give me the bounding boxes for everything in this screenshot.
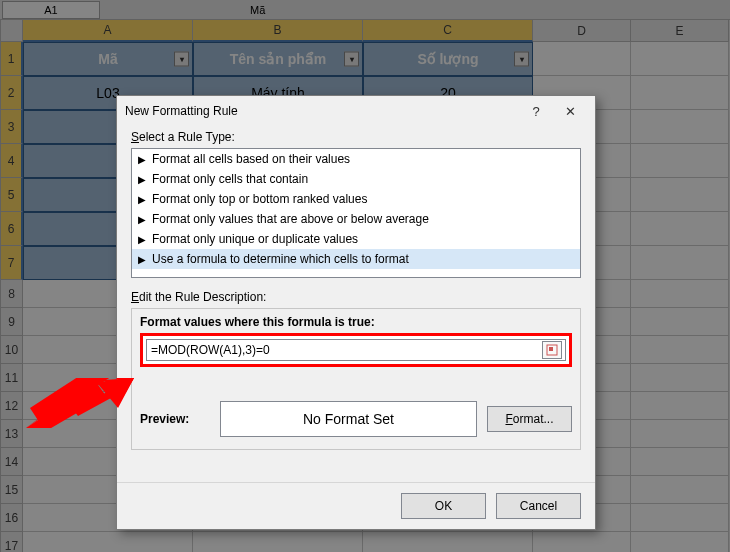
col-header[interactable]: B [193,20,363,42]
row-header[interactable]: 16 [1,504,23,532]
cell[interactable] [363,532,533,552]
cell[interactable] [631,76,729,110]
cell[interactable] [631,246,729,280]
filter-dropdown-icon[interactable] [514,52,529,67]
preview-box: No Format Set [220,401,477,437]
select-all-corner[interactable] [1,20,23,42]
rule-type-item[interactable]: ▶Format only unique or duplicate values [132,229,580,249]
play-icon: ▶ [138,174,146,185]
play-icon: ▶ [138,234,146,245]
cell[interactable] [631,448,729,476]
cell[interactable] [631,504,729,532]
svg-rect-1 [549,347,553,351]
formula-bar-strip: A1 Mã [0,0,730,20]
cell-text: Số lượng [417,51,478,67]
row-header[interactable]: 2 [1,76,23,110]
row-header[interactable]: 3 [1,110,23,144]
cell[interactable] [631,420,729,448]
play-icon: ▶ [138,254,146,265]
select-rule-type-label: Select a Rule Type: [131,130,581,144]
rule-type-item[interactable]: ▶Format all cells based on their values [132,149,580,169]
play-icon: ▶ [138,154,146,165]
cell[interactable] [631,308,729,336]
new-formatting-rule-dialog: New Formatting Rule ? ✕ Select a Rule Ty… [116,95,596,530]
range-picker-icon[interactable] [542,341,562,359]
formula-true-label: Format values where this formula is true… [140,315,572,329]
row-header[interactable]: 12 [1,392,23,420]
cell-text: Tên sản phẩm [230,51,327,67]
col-header[interactable]: A [23,20,193,42]
row-header[interactable]: 10 [1,336,23,364]
cell[interactable] [533,42,631,76]
ok-button[interactable]: OK [401,493,486,519]
cell[interactable] [631,364,729,392]
cell[interactable] [631,110,729,144]
cell[interactable] [631,532,729,552]
col-header[interactable]: E [631,20,729,42]
rule-description-groupbox: Format values where this formula is true… [131,308,581,450]
row-header[interactable]: 17 [1,532,23,552]
dialog-title: New Formatting Rule [125,104,519,118]
edit-rule-description-label: Edit the Rule Description: [131,290,581,304]
cell[interactable] [631,280,729,308]
row-header[interactable]: 13 [1,420,23,448]
cell[interactable] [631,392,729,420]
play-icon: ▶ [138,214,146,225]
rule-type-item[interactable]: ▶Format only values that are above or be… [132,209,580,229]
rule-type-item[interactable]: ▶Format only top or bottom ranked values [132,189,580,209]
cell[interactable] [631,42,729,76]
table-header-cell[interactable]: Số lượng [363,42,533,76]
col-header[interactable]: D [533,20,631,42]
row-header[interactable]: 7 [1,246,23,280]
formula-preview: Mã [250,4,265,16]
cell[interactable] [631,178,729,212]
row-header[interactable]: 9 [1,308,23,336]
filter-dropdown-icon[interactable] [174,52,189,67]
close-icon[interactable]: ✕ [553,100,587,122]
row-header[interactable]: 5 [1,178,23,212]
table-header-cell[interactable]: Tên sản phẩm [193,42,363,76]
cell[interactable] [631,476,729,504]
cell[interactable] [631,212,729,246]
row-header[interactable]: 11 [1,364,23,392]
formula-highlight-box [140,333,572,367]
row-header[interactable]: 6 [1,212,23,246]
rule-type-item[interactable]: ▶Use a formula to determine which cells … [132,249,580,269]
preview-label: Preview: [140,412,210,426]
cell[interactable] [631,336,729,364]
row-header[interactable]: 1 [1,42,23,76]
cell[interactable] [193,532,363,552]
dialog-titlebar[interactable]: New Formatting Rule ? ✕ [117,96,595,126]
rule-type-list[interactable]: ▶Format all cells based on their values … [131,148,581,278]
formula-input[interactable] [146,339,566,361]
play-icon: ▶ [138,194,146,205]
filter-dropdown-icon[interactable] [344,52,359,67]
format-button[interactable]: Format... [487,406,572,432]
cancel-button[interactable]: Cancel [496,493,581,519]
row-header[interactable]: 4 [1,144,23,178]
cell-text: Mã [98,51,117,67]
row-header[interactable]: 15 [1,476,23,504]
cell[interactable] [23,532,193,552]
rule-type-item[interactable]: ▶Format only cells that contain [132,169,580,189]
col-header[interactable]: C [363,20,533,42]
row-header[interactable]: 14 [1,448,23,476]
name-box[interactable]: A1 [2,1,100,19]
table-header-cell[interactable]: Mã [23,42,193,76]
cell[interactable] [631,144,729,178]
row-header[interactable]: 8 [1,280,23,308]
cell[interactable] [533,532,631,552]
help-icon[interactable]: ? [519,100,553,122]
